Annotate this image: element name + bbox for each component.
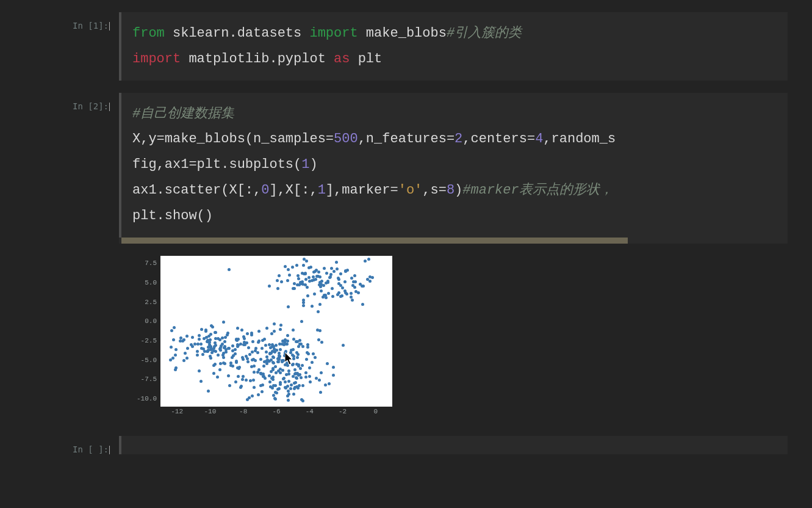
scatter-point bbox=[250, 365, 253, 368]
code-input[interactable] bbox=[119, 436, 788, 454]
scatter-point bbox=[367, 258, 370, 261]
scatter-point bbox=[273, 322, 276, 325]
scatter-point bbox=[284, 386, 287, 389]
caret-icon bbox=[109, 22, 110, 31]
code-cell-2[interactable]: In [2]: #自己创建数据集 X,y=make_blobs(n_sample… bbox=[61, 93, 788, 424]
scatter-point bbox=[296, 386, 300, 390]
x-tick-label: -10 bbox=[201, 408, 219, 415]
scatter-point bbox=[254, 347, 257, 350]
scatter-point bbox=[300, 376, 303, 379]
scatter-point bbox=[251, 394, 254, 397]
scatter-point bbox=[332, 366, 335, 369]
horizontal-scrollbar[interactable] bbox=[119, 238, 788, 244]
scatter-point bbox=[268, 285, 271, 288]
scatter-point bbox=[245, 379, 248, 382]
scatter-point bbox=[241, 378, 244, 381]
scatter-point bbox=[275, 344, 278, 347]
scatter-point bbox=[257, 339, 260, 343]
scatter-point bbox=[315, 377, 318, 380]
scatter-point bbox=[278, 352, 281, 355]
scatter-point bbox=[301, 283, 304, 286]
caret-icon bbox=[109, 446, 110, 454]
scatter-point bbox=[274, 384, 277, 387]
scatter-point bbox=[287, 305, 290, 308]
scatter-point bbox=[308, 366, 311, 369]
scatter-point bbox=[201, 353, 204, 356]
code-input[interactable]: from sklearn.datasets import make_blobs#… bbox=[119, 12, 788, 81]
scatter-point bbox=[257, 330, 260, 333]
code-cell-1[interactable]: In [1]: from sklearn.datasets import mak… bbox=[61, 12, 788, 81]
scatter-point bbox=[196, 354, 199, 357]
scatter-point bbox=[324, 383, 327, 386]
scatter-point bbox=[185, 357, 189, 360]
scatter-point bbox=[306, 343, 309, 346]
scatter-point bbox=[325, 272, 328, 275]
x-tick-label: -4 bbox=[300, 408, 318, 415]
scatter-point bbox=[292, 328, 295, 332]
scatter-point bbox=[317, 270, 320, 274]
scatter-point bbox=[277, 369, 280, 372]
scatter-point bbox=[318, 379, 321, 382]
scatter-point bbox=[279, 383, 282, 386]
scatter-point bbox=[292, 375, 295, 378]
scatter-point bbox=[337, 291, 340, 294]
scatter-point bbox=[335, 261, 338, 264]
scatter-point bbox=[326, 362, 329, 365]
scatter-point bbox=[332, 270, 336, 273]
scatter-point bbox=[293, 287, 296, 290]
scatter-point bbox=[174, 354, 177, 357]
scatter-point bbox=[206, 340, 209, 343]
scatter-point bbox=[311, 305, 314, 308]
scatter-point bbox=[282, 377, 286, 380]
scatter-point bbox=[265, 327, 268, 330]
prompt-text: In [2]: bbox=[73, 101, 109, 111]
scatter-point bbox=[236, 327, 239, 330]
scatter-point bbox=[239, 386, 242, 389]
y-tick-label: 7.5 bbox=[130, 259, 157, 267]
code-cell-3[interactable]: In [ ]: bbox=[61, 436, 788, 454]
scatter-point bbox=[343, 280, 347, 283]
scatter-point bbox=[247, 346, 250, 349]
scatter-point bbox=[292, 393, 295, 396]
scatter-point bbox=[196, 343, 199, 346]
scatter-point bbox=[265, 350, 268, 354]
scatter-point bbox=[346, 269, 349, 272]
scatter-point bbox=[319, 285, 322, 288]
scatter-point bbox=[304, 272, 307, 275]
scatter-point bbox=[278, 355, 281, 358]
scatter-point bbox=[287, 268, 290, 271]
scatter-point bbox=[271, 368, 275, 371]
scatter-point bbox=[293, 387, 296, 390]
scrollbar-thumb[interactable] bbox=[121, 238, 628, 244]
scatter-point bbox=[368, 280, 372, 283]
scatter-point bbox=[288, 274, 291, 277]
scatter-point bbox=[304, 376, 307, 379]
plot-canvas bbox=[160, 256, 392, 407]
scatter-point bbox=[200, 347, 203, 350]
code-input[interactable]: #自己创建数据集 X,y=make_blobs(n_samples=500,n_… bbox=[119, 93, 788, 238]
prompt-text: In [1]: bbox=[73, 21, 109, 31]
scatter-point bbox=[276, 287, 279, 290]
scatter-point bbox=[184, 352, 187, 355]
scatter-point bbox=[287, 399, 290, 402]
scatter-point bbox=[320, 341, 323, 344]
scatter-point bbox=[237, 338, 240, 341]
scatter-point bbox=[329, 275, 332, 278]
caret-icon bbox=[109, 103, 110, 111]
scatter-point bbox=[304, 371, 307, 374]
prompt-text: In [ ]: bbox=[73, 445, 109, 454]
scatter-point bbox=[199, 380, 203, 383]
scatter-point bbox=[287, 380, 290, 383]
scatter-point bbox=[198, 338, 201, 341]
scatter-point bbox=[276, 388, 279, 391]
scatter-point bbox=[286, 279, 289, 282]
scatter-point bbox=[173, 326, 176, 329]
scatter-point bbox=[203, 337, 206, 340]
scatter-point bbox=[272, 361, 275, 365]
scatter-point bbox=[209, 357, 212, 360]
scatter-point bbox=[316, 328, 319, 332]
scatter-point bbox=[169, 358, 172, 361]
scatter-point bbox=[371, 276, 374, 279]
scatter-point bbox=[292, 363, 295, 366]
scatter-point bbox=[270, 332, 273, 335]
